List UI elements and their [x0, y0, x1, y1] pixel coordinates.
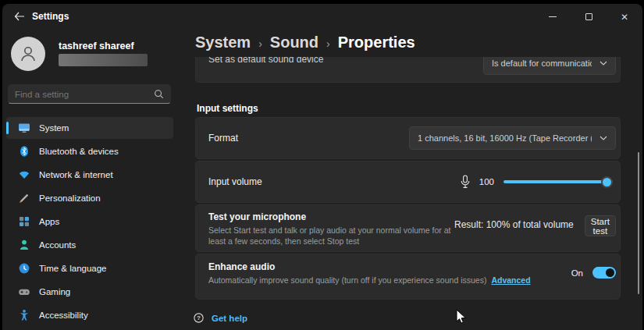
toggle-state-label: On	[571, 268, 583, 278]
bluetooth-icon	[18, 145, 30, 158]
test-microphone-title: Test your microphone	[208, 211, 454, 222]
slider-track[interactable]	[503, 180, 613, 183]
user-email-redacted	[59, 54, 148, 66]
vertical-scrollbar[interactable]	[638, 152, 640, 294]
close-icon: ✕	[621, 12, 628, 22]
sidebar-item-label: System	[39, 123, 69, 133]
svg-text:?: ?	[197, 314, 201, 321]
accessibility-icon	[18, 309, 30, 321]
section-title-input-settings: Input settings	[197, 103, 258, 114]
wifi-icon	[18, 169, 30, 181]
sidebar-item-label: Time & language	[39, 264, 107, 273]
sidebar-item-label: Bluetooth & devices	[39, 147, 119, 156]
maximize-button[interactable]	[571, 4, 607, 30]
sidebar-item-label: Gaming	[39, 287, 70, 296]
enhance-audio-card: Enhance audio Automatically improve soun…	[195, 254, 621, 300]
sidebar-item-bluetooth-devices[interactable]: Bluetooth & devices	[6, 140, 173, 162]
dropdown-value: 1 channels, 16 bit, 16000 Hz (Tape Recor…	[418, 133, 592, 143]
enhance-audio-description: Automatically improve sound quality (tur…	[208, 275, 531, 286]
maximize-icon	[585, 13, 592, 20]
input-volume-label: Input volume	[208, 176, 262, 187]
monitor-icon	[18, 122, 30, 134]
close-button[interactable]: ✕	[607, 4, 642, 30]
sidebar-item-label: Accounts	[39, 240, 76, 250]
format-dropdown[interactable]: 1 channels, 16 bit, 16000 Hz (Tape Recor…	[409, 126, 616, 150]
get-help-link[interactable]: Get help	[212, 314, 247, 323]
test-microphone-description: Select Start test and talk or play audio…	[208, 225, 454, 247]
sidebar-item-time-language[interactable]: Time & language	[6, 257, 173, 279]
person-icon	[18, 239, 30, 251]
chevron-down-icon	[600, 136, 607, 140]
sidebar-item-label: Apps	[39, 217, 59, 226]
input-volume-card: Input volume 100	[195, 161, 621, 203]
avatar[interactable]	[11, 37, 45, 71]
settings-window: Settings ✕ tashreef shareef System	[2, 4, 642, 330]
breadcrumb-system[interactable]: System	[195, 34, 251, 51]
sidebar-item-gaming[interactable]: Gaming	[6, 281, 173, 303]
input-volume-value: 100	[479, 177, 494, 186]
get-help-row[interactable]: ? Get help	[193, 312, 247, 324]
test-microphone-card: Test your microphone Select Start test a…	[195, 204, 621, 252]
test-result-text: Result: 100% of total volume	[454, 219, 574, 230]
gamepad-icon	[18, 286, 30, 298]
arrow-left-icon	[14, 12, 25, 21]
user-icon	[18, 44, 38, 64]
clock-icon	[18, 262, 30, 275]
default-device-dropdown[interactable]: Is default for communications	[483, 57, 616, 75]
default-device-card: Set as default sound device Is default f…	[195, 57, 621, 83]
minimize-icon	[549, 16, 557, 17]
app-title: Settings	[32, 11, 69, 22]
search-icon[interactable]	[154, 89, 164, 99]
search-input[interactable]	[9, 90, 154, 99]
enhance-audio-toggle[interactable]	[592, 267, 616, 279]
slider-thumb[interactable]	[601, 176, 613, 188]
titlebar: Settings ✕	[2, 4, 642, 30]
window-controls: ✕	[535, 4, 642, 30]
breadcrumb-sound[interactable]: Sound	[270, 34, 318, 51]
default-device-label: Set as default sound device	[208, 57, 323, 65]
search-box[interactable]	[8, 84, 171, 104]
breadcrumb-properties: Properties	[338, 34, 415, 51]
sidebar-item-personalization[interactable]: Personalization	[6, 187, 173, 209]
format-label: Format	[208, 133, 238, 144]
sidebar-item-network-internet[interactable]: Network & internet	[6, 164, 173, 186]
microphone-icon	[459, 175, 471, 189]
back-button[interactable]	[9, 6, 30, 27]
apps-grid-icon	[18, 215, 30, 228]
enhance-audio-title: Enhance audio	[208, 261, 531, 272]
sidebar-item-accounts[interactable]: Accounts	[6, 234, 173, 256]
minimize-button[interactable]	[535, 4, 571, 30]
help-icon: ?	[193, 312, 205, 324]
sidebar-item-label: Personalization	[39, 193, 101, 203]
start-test-button[interactable]: Start test	[585, 215, 616, 236]
chevron-down-icon	[600, 61, 607, 66]
format-card: Format 1 channels, 16 bit, 16000 Hz (Tap…	[195, 117, 621, 159]
sidebar-item-label: Network & internet	[39, 170, 113, 179]
sidebar-item-accessibility[interactable]: Accessibility	[6, 304, 173, 326]
sidebar-item-apps[interactable]: Apps	[6, 211, 173, 232]
sidebar-item-label: Accessibility	[39, 310, 88, 320]
chevron-right-icon: ›	[326, 37, 330, 50]
user-name: tashreef shareef	[59, 41, 134, 51]
mouse-cursor	[456, 309, 468, 328]
toggle-thumb	[606, 268, 614, 277]
brush-icon	[18, 192, 30, 204]
sidebar-item-system[interactable]: System	[6, 117, 173, 139]
breadcrumb: System › Sound › Properties	[195, 34, 415, 51]
advanced-link[interactable]: Advanced	[491, 275, 530, 285]
sidebar-nav: System Bluetooth & devices Network & int…	[6, 117, 173, 328]
dropdown-value: Is default for communications	[492, 59, 592, 68]
chevron-right-icon: ›	[258, 37, 262, 50]
input-volume-slider[interactable]	[503, 176, 613, 188]
